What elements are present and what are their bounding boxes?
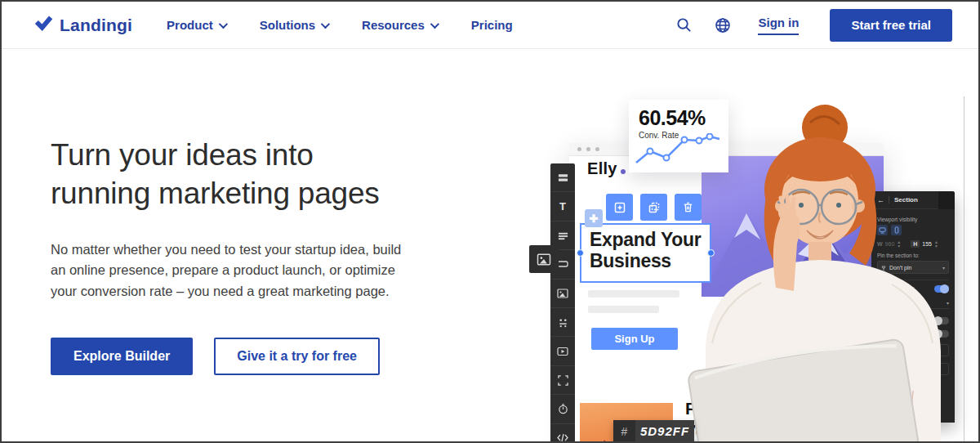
selected-text-widget: Expand Your Business [580, 223, 711, 283]
page-title: Turn your ideas into running marketing p… [51, 136, 434, 213]
panel-minimize-tab: – [860, 198, 872, 210]
pin-dropdown: Don't pin ▾ [877, 261, 949, 274]
image-icon [550, 280, 575, 308]
device-toggle-row [877, 225, 949, 235]
height-value: 155 [922, 241, 932, 247]
placeholder-line [588, 306, 659, 313]
stepper-icon: ▲▼ [897, 240, 901, 248]
window-dot-icon [586, 147, 590, 151]
editor-widget-toolbar: T [550, 163, 575, 443]
card-heading-line-1: Few [685, 397, 719, 419]
nav-item-label: Pricing [471, 18, 513, 32]
mockup-heading-line-2: Business [590, 250, 710, 271]
nav-item-label: Resources [362, 18, 425, 32]
chevron-down-icon: ▾ [947, 300, 949, 306]
page: Landingi Product Solutions Resources Pri… [0, 0, 980, 443]
chevron-down-icon [430, 19, 439, 28]
placeholder-line [689, 440, 767, 443]
code-icon [550, 424, 575, 443]
timer-icon [550, 395, 575, 423]
nav-item-product[interactable]: Product [167, 18, 225, 32]
explore-builder-button[interactable]: Explore Builder [51, 338, 193, 375]
conversion-rate-value: 60.54% [639, 106, 720, 130]
hex-color-value: 5D92FF [635, 420, 694, 442]
mockup-heading-line-1: Expand Your [590, 229, 710, 250]
background-row: ▴ Background [877, 280, 949, 293]
panel-field [877, 363, 949, 375]
landingi-logo-icon [34, 15, 53, 36]
width-value: 960 [885, 241, 895, 247]
panel-field [877, 344, 949, 356]
option-toggle-row [877, 330, 949, 338]
section-settings-panel: ← Section Viewport visibility W 960 ▲▼ H… [871, 191, 955, 423]
window-dot-icon [595, 147, 599, 151]
nav-item-label: Product [167, 18, 213, 32]
chevron-down-icon [321, 19, 330, 28]
panel-body: Viewport visibility W 960 ▲▼ H 155 ▲▼ Pi… [871, 209, 955, 375]
globe-icon[interactable] [714, 16, 732, 34]
pin-dropdown-value: Don't pin [889, 265, 939, 271]
toggle-track [911, 320, 931, 322]
landingi-logo[interactable]: Landingi [34, 15, 132, 36]
hero-buttons: Explore Builder Give it a try for free [51, 338, 434, 375]
heading-line-1: Turn your ideas into [51, 136, 434, 175]
text-icon: T [550, 192, 575, 221]
stepper-icon: ▲▼ [934, 240, 938, 248]
video-icon [550, 337, 575, 365]
panel-header: ← Section [871, 191, 955, 209]
hex-color-input: # 5D92FF [613, 420, 694, 442]
chevron-up-icon: ▴ [877, 286, 880, 292]
hero-copy: Turn your ideas into running marketing p… [51, 136, 434, 375]
nav-item-resources[interactable]: Resources [362, 18, 437, 32]
nav-item-pricing[interactable]: Pricing [471, 18, 513, 32]
mockup-brand-text: Elly [587, 159, 617, 178]
page-edge-divider [964, 96, 964, 441]
duplicate-icon [606, 194, 633, 221]
viewport-visibility-label: Viewport visibility [877, 217, 949, 222]
selection-handle-right [707, 249, 715, 257]
option-toggle [934, 317, 949, 324]
panel-corner-tile [938, 191, 955, 209]
heading-line-2: running marketing pages [51, 175, 434, 213]
color-dropdown: ▾ [877, 298, 949, 309]
pin-section-label: Pin the section to: [877, 253, 949, 258]
hero-paragraph: No matter whether you need to test your … [51, 239, 418, 302]
top-navigation: Landingi Product Solutions Resources Pri… [2, 2, 978, 49]
back-arrow-icon: ← [877, 196, 884, 204]
copy-icon [640, 194, 667, 221]
toggle-track [911, 333, 931, 335]
mockup-brand: Elly [587, 159, 626, 178]
frame-icon [550, 366, 575, 395]
placeholder-line [588, 290, 679, 298]
image-widget-flyout [529, 245, 559, 273]
conversion-rate-card: 60.54% Conv. Rate [629, 100, 728, 172]
nav-links: Product Solutions Resources Pricing [167, 18, 513, 32]
window-dot-icon [577, 147, 581, 151]
search-icon[interactable] [675, 16, 693, 34]
try-for-free-button[interactable]: Give it a try for free [214, 338, 380, 375]
nav-right: Sign in Start free trial [675, 9, 952, 42]
width-label: W [877, 241, 883, 247]
height-label: H [911, 240, 920, 248]
background-toggle [934, 285, 949, 293]
mockup-hero-image [702, 156, 884, 297]
panel-title: Section [889, 196, 918, 204]
nav-item-solutions[interactable]: Solutions [260, 18, 327, 32]
mobile-icon [891, 225, 902, 235]
logo-text: Landingi [60, 16, 132, 35]
pin-icon [881, 264, 886, 271]
start-free-trial-button[interactable]: Start free trial [830, 9, 952, 42]
selection-handle-left [577, 249, 584, 257]
image-icon [537, 253, 551, 266]
conversion-sparkline-chart [632, 133, 725, 169]
trash-icon [675, 194, 702, 221]
sign-in-link[interactable]: Sign in [758, 16, 799, 35]
size-row: W 960 ▲▼ H 155 ▲▼ [877, 240, 949, 248]
chevron-down-icon: ▾ [942, 265, 945, 271]
section-icon [550, 163, 575, 192]
option-toggle [934, 330, 949, 338]
form-icon [550, 308, 575, 337]
brand-dot-icon [621, 169, 626, 174]
move-icon: ✚ [585, 209, 603, 227]
nav-item-label: Solutions [260, 18, 315, 32]
